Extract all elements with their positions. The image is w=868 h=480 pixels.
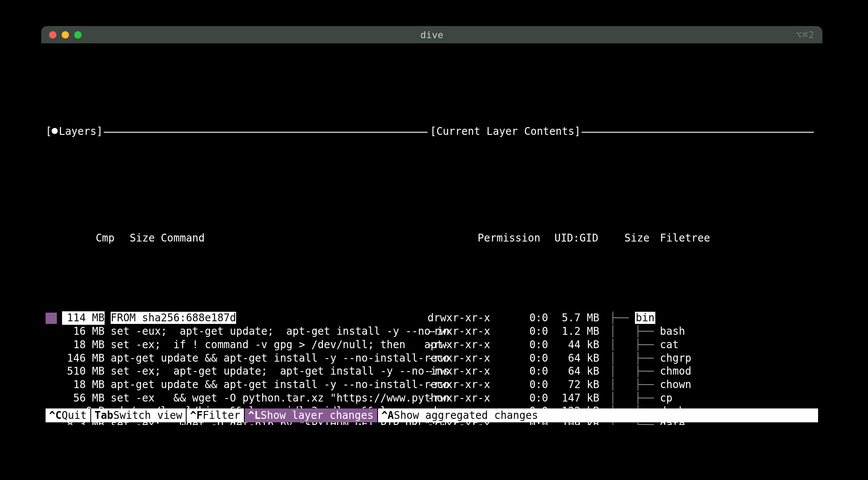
layer-row[interactable]: 18 MBset -ex; if ! command -v gpg > /dev… bbox=[46, 338, 427, 352]
layer-changes-button[interactable]: ^L Show layer changes bbox=[245, 408, 378, 422]
col-command: Command bbox=[155, 232, 205, 245]
col-cmp: Cmp bbox=[96, 232, 112, 245]
filetree-root[interactable]: drwxr-xr-x0:05.7 MB├── bin bbox=[427, 311, 814, 325]
terminal-window: dive ⌥⌘2 [Layers] [Current Layer Content… bbox=[41, 26, 822, 425]
titlebar[interactable]: dive ⌥⌘2 bbox=[41, 26, 822, 43]
layer-row[interactable]: 146 MBapt-get update && apt-get install … bbox=[46, 352, 427, 365]
col-uidgid: UID:GID bbox=[552, 232, 598, 245]
col-filetree: Filetree bbox=[650, 232, 710, 245]
switch-view-button[interactable]: Tab Switch view bbox=[91, 408, 187, 422]
filetree-row[interactable]: -rwxr-xr-x0:064 kB│ ├── chmod bbox=[427, 365, 814, 378]
layer-row[interactable]: 114 MBFROM sha256:688e187d bbox=[46, 311, 427, 325]
quit-button[interactable]: ^C Quit bbox=[46, 408, 91, 422]
contents-header: [Current Layer Contents] bbox=[427, 125, 814, 138]
filetree-row[interactable]: -rwxr-xr-x0:0147 kB│ ├── cp bbox=[427, 392, 814, 405]
layers-columns: CmpSizeCommand bbox=[46, 218, 427, 258]
layer-row[interactable]: 56 MBset -ex && wget -O python.tar.xz "h… bbox=[46, 392, 427, 405]
col-filesize: Size bbox=[598, 232, 650, 245]
col-permission: Permission bbox=[478, 232, 552, 245]
filetree-row[interactable]: -rwxr-xr-x0:01.2 MB│ ├── bash bbox=[427, 325, 814, 338]
filetree-row[interactable]: -rwxr-xr-x0:064 kB│ ├── chgrp bbox=[427, 352, 814, 365]
status-bar: ^C Quit Tab Switch view ^F Filter ^L Sho… bbox=[46, 408, 818, 422]
bullet-icon bbox=[52, 128, 58, 134]
layer-row[interactable]: 510 MBset -ex; apt-get update; apt-get i… bbox=[46, 365, 427, 378]
cmp-mark-icon bbox=[46, 313, 57, 324]
layer-row[interactable]: 16 MBset -eux; apt-get update; apt-get i… bbox=[46, 325, 427, 338]
contents-header-label: Current Layer Contents bbox=[436, 125, 574, 137]
filetree-row[interactable]: -rwxr-xr-x0:072 kB│ ├── chown bbox=[427, 378, 814, 392]
layers-header-label: Layers bbox=[59, 125, 96, 137]
layer-row[interactable]: 18 MBapt-get update && apt-get install -… bbox=[46, 378, 427, 392]
col-size: Size bbox=[112, 232, 155, 245]
window-title: dive bbox=[41, 29, 822, 40]
filter-button[interactable]: ^F Filter bbox=[187, 408, 245, 422]
filetree-row[interactable]: -rwxr-xr-x0:044 kB│ ├── cat bbox=[427, 338, 814, 352]
terminal-body: [Layers] [Current Layer Contents] CmpSiz… bbox=[41, 43, 822, 425]
contents-columns: PermissionUID:GIDSizeFiletree bbox=[427, 218, 814, 258]
layers-header: [Layers] bbox=[46, 125, 427, 138]
aggregated-changes-button[interactable]: ^A Show aggregated changes bbox=[378, 408, 818, 422]
